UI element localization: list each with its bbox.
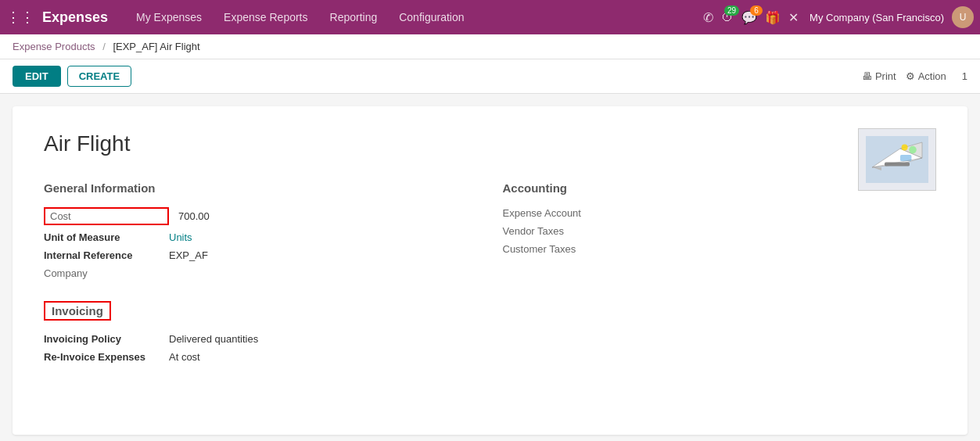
expense-account-label: Expense Account [503, 207, 628, 219]
reinvoice-label: Re-Invoice Expenses [44, 351, 169, 363]
company-row: Company [44, 267, 478, 279]
cost-label: Cost [44, 207, 169, 225]
invoicing-policy-value: Delivered quantities [169, 333, 258, 345]
user-avatar[interactable]: U [952, 6, 974, 28]
general-info-section: General Information Cost 700.00 Unit of … [44, 181, 478, 369]
svg-point-6 [909, 146, 917, 154]
create-button[interactable]: CREATE [67, 66, 131, 87]
unit-of-measure-value[interactable]: Units [169, 231, 192, 243]
print-label: Print [875, 70, 896, 82]
cost-row: Cost 700.00 [44, 207, 478, 225]
print-icon: 🖶 [862, 70, 872, 82]
main-content: Air Flight General Information [0, 94, 980, 441]
toolbar: EDIT CREATE 🖶 Print ⚙ Action 1 [0, 59, 980, 94]
internal-reference-row: Internal Reference EXP_AF [44, 249, 478, 261]
internal-reference-value: EXP_AF [169, 249, 208, 261]
customer-taxes-row: Customer Taxes [503, 243, 937, 255]
accounting-section: Accounting Expense Account Vendor Taxes … [503, 181, 937, 369]
record-title: Air Flight [44, 131, 936, 156]
invoicing-section: Invoicing Invoicing Policy Delivered qua… [44, 301, 478, 363]
action-button[interactable]: ⚙ Action [906, 70, 946, 82]
page-number: 1 [962, 70, 967, 82]
general-info-heading: General Information [44, 181, 478, 195]
sections-grid: General Information Cost 700.00 Unit of … [44, 181, 936, 369]
cost-value: 700.00 [178, 210, 210, 222]
breadcrumb-parent[interactable]: Expense Products [13, 41, 95, 52]
gift-icon[interactable]: 🎁 [765, 10, 781, 25]
customer-taxes-label: Customer Taxes [503, 243, 628, 255]
clock-icon[interactable]: ⏱ 29 [721, 10, 734, 24]
print-button[interactable]: 🖶 Print [862, 70, 896, 82]
breadcrumb-current: [EXP_AF] Air Flight [113, 41, 199, 52]
company-label: Company [44, 267, 169, 279]
phone-icon[interactable]: ✆ [703, 10, 713, 25]
vendor-taxes-row: Vendor Taxes [503, 225, 937, 237]
top-navigation: ⋮⋮ Expenses My Expenses Expense Reports … [0, 0, 980, 34]
menu-reporting[interactable]: Reporting [321, 6, 387, 28]
record-card: Air Flight General Information [13, 106, 967, 435]
invoicing-policy-row: Invoicing Policy Delivered quantities [44, 333, 478, 345]
unit-of-measure-row: Unit of Measure Units [44, 231, 478, 243]
chat-badge: 6 [750, 5, 763, 16]
action-label: Action [918, 70, 946, 82]
company-name: My Company (San Francisco) [809, 12, 944, 23]
breadcrumb: Expense Products / [EXP_AF] Air Flight [0, 34, 980, 59]
reinvoice-row: Re-Invoice Expenses At cost [44, 351, 478, 363]
breadcrumb-separator: / [102, 41, 106, 52]
invoicing-policy-label: Invoicing Policy [44, 333, 169, 345]
menu-configuration[interactable]: Configuration [389, 6, 473, 28]
menu-my-expenses[interactable]: My Expenses [127, 6, 211, 28]
unit-of-measure-label: Unit of Measure [44, 231, 169, 243]
grid-icon[interactable]: ⋮⋮ [6, 9, 34, 26]
close-icon[interactable]: ✕ [788, 10, 799, 25]
product-image [858, 128, 936, 191]
clock-badge: 29 [724, 5, 739, 16]
gear-icon: ⚙ [906, 70, 915, 82]
topnav-right: ✆ ⏱ 29 💬 6 🎁 ✕ My Company (San Francisco… [703, 6, 974, 28]
vendor-taxes-label: Vendor Taxes [503, 225, 628, 237]
edit-button[interactable]: EDIT [13, 66, 61, 87]
menu-expense-reports[interactable]: Expense Reports [214, 6, 317, 28]
invoicing-heading: Invoicing [44, 301, 111, 321]
toolbar-actions: 🖶 Print ⚙ Action [862, 70, 946, 82]
main-menu: My Expenses Expense Reports Reporting Co… [127, 6, 703, 28]
expense-account-row: Expense Account [503, 207, 937, 219]
svg-point-7 [902, 144, 908, 150]
reinvoice-value: At cost [169, 351, 200, 363]
chat-icon[interactable]: 💬 6 [741, 10, 757, 25]
app-title: Expenses [42, 9, 108, 26]
internal-reference-label: Internal Reference [44, 249, 169, 261]
